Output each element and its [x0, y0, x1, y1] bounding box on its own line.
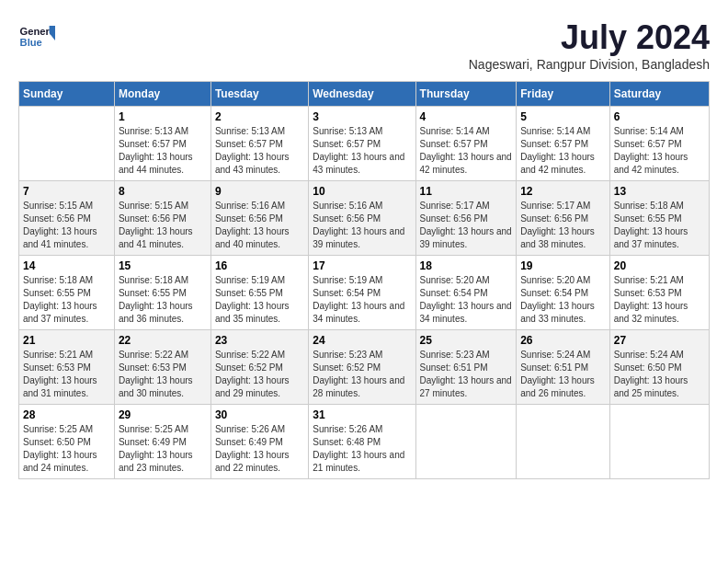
calendar-cell: 30 Sunrise: 5:26 AMSunset: 6:49 PMDaylig…	[210, 405, 308, 479]
calendar-cell: 19 Sunrise: 5:20 AMSunset: 6:54 PMDaylig…	[517, 256, 610, 330]
day-number: 3	[313, 110, 411, 123]
day-number: 19	[520, 259, 606, 272]
day-info: Sunrise: 5:24 AMSunset: 6:51 PMDaylight:…	[520, 349, 606, 400]
calendar-cell: 1 Sunrise: 5:13 AMSunset: 6:57 PMDayligh…	[114, 107, 210, 181]
header-thursday: Thursday	[415, 82, 517, 107]
calendar-cell: 2 Sunrise: 5:13 AMSunset: 6:57 PMDayligh…	[210, 107, 308, 181]
day-info: Sunrise: 5:21 AMSunset: 6:53 PMDaylight:…	[23, 349, 110, 400]
day-info: Sunrise: 5:26 AMSunset: 6:49 PMDaylight:…	[215, 423, 304, 475]
calendar-cell: 5 Sunrise: 5:14 AMSunset: 6:57 PMDayligh…	[517, 107, 610, 181]
header-wednesday: Wednesday	[309, 82, 415, 107]
day-info: Sunrise: 5:16 AMSunset: 6:56 PMDaylight:…	[313, 200, 411, 251]
day-info: Sunrise: 5:17 AMSunset: 6:56 PMDaylight:…	[420, 200, 513, 251]
title-section: July 2024 Nageswari, Rangpur Division, B…	[469, 18, 710, 72]
day-number: 5	[520, 110, 606, 123]
calendar-cell	[415, 405, 517, 479]
month-year-title: July 2024	[469, 18, 710, 57]
calendar-week-row: 7 Sunrise: 5:15 AMSunset: 6:56 PMDayligh…	[19, 181, 710, 256]
day-number: 15	[119, 259, 207, 272]
day-number: 2	[215, 110, 304, 123]
day-number: 23	[215, 334, 304, 347]
calendar-cell: 14 Sunrise: 5:18 AMSunset: 6:55 PMDaylig…	[19, 256, 115, 330]
day-number: 9	[215, 185, 304, 198]
calendar-week-row: 14 Sunrise: 5:18 AMSunset: 6:55 PMDaylig…	[19, 256, 710, 330]
logo: General Blue	[18, 18, 55, 55]
calendar-cell: 27 Sunrise: 5:24 AMSunset: 6:50 PMDaylig…	[609, 330, 709, 405]
calendar-cell: 4 Sunrise: 5:14 AMSunset: 6:57 PMDayligh…	[415, 107, 517, 181]
day-number: 22	[119, 334, 207, 347]
day-info: Sunrise: 5:13 AMSunset: 6:57 PMDaylight:…	[313, 125, 411, 177]
day-info: Sunrise: 5:21 AMSunset: 6:53 PMDaylight:…	[614, 274, 705, 326]
calendar-cell: 3 Sunrise: 5:13 AMSunset: 6:57 PMDayligh…	[309, 107, 415, 181]
day-number: 26	[520, 334, 606, 347]
header-saturday: Saturday	[609, 82, 709, 107]
day-info: Sunrise: 5:24 AMSunset: 6:50 PMDaylight:…	[614, 349, 705, 400]
day-number: 16	[215, 259, 304, 272]
location-subtitle: Nageswari, Rangpur Division, Bangladesh	[469, 57, 710, 72]
day-info: Sunrise: 5:18 AMSunset: 6:55 PMDaylight:…	[23, 274, 110, 326]
day-number: 11	[420, 185, 513, 198]
calendar-cell: 31 Sunrise: 5:26 AMSunset: 6:48 PMDaylig…	[309, 405, 415, 479]
day-number: 6	[614, 110, 705, 123]
day-info: Sunrise: 5:23 AMSunset: 6:51 PMDaylight:…	[420, 349, 513, 400]
day-info: Sunrise: 5:15 AMSunset: 6:56 PMDaylight:…	[119, 200, 207, 251]
calendar-cell: 26 Sunrise: 5:24 AMSunset: 6:51 PMDaylig…	[517, 330, 610, 405]
logo-icon: General Blue	[18, 18, 55, 55]
calendar-cell: 29 Sunrise: 5:25 AMSunset: 6:49 PMDaylig…	[114, 405, 210, 479]
day-number: 29	[119, 408, 207, 421]
day-number: 20	[614, 259, 705, 272]
calendar-cell: 20 Sunrise: 5:21 AMSunset: 6:53 PMDaylig…	[609, 256, 709, 330]
calendar-cell: 18 Sunrise: 5:20 AMSunset: 6:54 PMDaylig…	[415, 256, 517, 330]
day-number: 18	[420, 259, 513, 272]
svg-text:Blue: Blue	[20, 37, 42, 48]
day-number: 25	[420, 334, 513, 347]
header-tuesday: Tuesday	[210, 82, 308, 107]
page-header: General Blue July 2024 Nageswari, Rangpu…	[18, 18, 710, 72]
day-info: Sunrise: 5:23 AMSunset: 6:52 PMDaylight:…	[313, 349, 411, 400]
day-info: Sunrise: 5:16 AMSunset: 6:56 PMDaylight:…	[215, 200, 304, 251]
day-info: Sunrise: 5:22 AMSunset: 6:53 PMDaylight:…	[119, 349, 207, 400]
calendar-week-row: 1 Sunrise: 5:13 AMSunset: 6:57 PMDayligh…	[19, 107, 710, 181]
day-number: 7	[23, 185, 110, 198]
calendar-cell: 7 Sunrise: 5:15 AMSunset: 6:56 PMDayligh…	[19, 181, 115, 256]
calendar-cell: 16 Sunrise: 5:19 AMSunset: 6:55 PMDaylig…	[210, 256, 308, 330]
calendar-cell: 12 Sunrise: 5:17 AMSunset: 6:56 PMDaylig…	[517, 181, 610, 256]
calendar-cell: 22 Sunrise: 5:22 AMSunset: 6:53 PMDaylig…	[114, 330, 210, 405]
calendar-cell	[19, 107, 115, 181]
day-number: 31	[313, 408, 411, 421]
calendar-cell: 13 Sunrise: 5:18 AMSunset: 6:55 PMDaylig…	[609, 181, 709, 256]
day-info: Sunrise: 5:18 AMSunset: 6:55 PMDaylight:…	[119, 274, 207, 326]
day-number: 4	[420, 110, 513, 123]
calendar-week-row: 21 Sunrise: 5:21 AMSunset: 6:53 PMDaylig…	[19, 330, 710, 405]
day-info: Sunrise: 5:15 AMSunset: 6:56 PMDaylight:…	[23, 200, 110, 251]
day-number: 17	[313, 259, 411, 272]
day-number: 8	[119, 185, 207, 198]
calendar-header-row: Sunday Monday Tuesday Wednesday Thursday…	[19, 82, 710, 107]
header-friday: Friday	[517, 82, 610, 107]
calendar-cell: 23 Sunrise: 5:22 AMSunset: 6:52 PMDaylig…	[210, 330, 308, 405]
day-info: Sunrise: 5:19 AMSunset: 6:54 PMDaylight:…	[313, 274, 411, 326]
day-info: Sunrise: 5:19 AMSunset: 6:55 PMDaylight:…	[215, 274, 304, 326]
day-info: Sunrise: 5:20 AMSunset: 6:54 PMDaylight:…	[420, 274, 513, 326]
svg-marker-2	[50, 26, 55, 40]
day-info: Sunrise: 5:13 AMSunset: 6:57 PMDaylight:…	[215, 125, 304, 177]
calendar-cell: 17 Sunrise: 5:19 AMSunset: 6:54 PMDaylig…	[309, 256, 415, 330]
day-info: Sunrise: 5:26 AMSunset: 6:48 PMDaylight:…	[313, 423, 411, 475]
calendar-cell: 11 Sunrise: 5:17 AMSunset: 6:56 PMDaylig…	[415, 181, 517, 256]
day-info: Sunrise: 5:20 AMSunset: 6:54 PMDaylight:…	[520, 274, 606, 326]
day-info: Sunrise: 5:22 AMSunset: 6:52 PMDaylight:…	[215, 349, 304, 400]
calendar-cell: 10 Sunrise: 5:16 AMSunset: 6:56 PMDaylig…	[309, 181, 415, 256]
day-number: 10	[313, 185, 411, 198]
day-info: Sunrise: 5:14 AMSunset: 6:57 PMDaylight:…	[614, 125, 705, 177]
day-number: 12	[520, 185, 606, 198]
calendar-cell: 9 Sunrise: 5:16 AMSunset: 6:56 PMDayligh…	[210, 181, 308, 256]
header-sunday: Sunday	[19, 82, 115, 107]
day-info: Sunrise: 5:17 AMSunset: 6:56 PMDaylight:…	[520, 200, 606, 251]
calendar-cell: 21 Sunrise: 5:21 AMSunset: 6:53 PMDaylig…	[19, 330, 115, 405]
day-number: 27	[614, 334, 705, 347]
day-number: 1	[119, 110, 207, 123]
calendar-cell: 6 Sunrise: 5:14 AMSunset: 6:57 PMDayligh…	[609, 107, 709, 181]
day-number: 21	[23, 334, 110, 347]
calendar-cell: 25 Sunrise: 5:23 AMSunset: 6:51 PMDaylig…	[415, 330, 517, 405]
day-number: 30	[215, 408, 304, 421]
